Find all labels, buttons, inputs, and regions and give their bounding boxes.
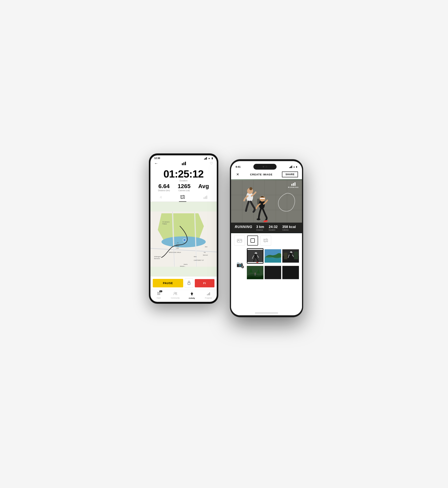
community-icon bbox=[173, 291, 177, 296]
favorite-icon[interactable]: ♡ bbox=[210, 161, 213, 165]
adidas-stripes bbox=[182, 162, 186, 165]
svg-point-58 bbox=[249, 187, 252, 190]
signal-icon bbox=[204, 157, 207, 160]
svg-text:Wellington: Wellington bbox=[154, 256, 161, 258]
svg-text:Harris: Harris bbox=[184, 263, 188, 265]
notch-camera bbox=[265, 166, 267, 168]
create-image-title: CREATE IMAGE bbox=[250, 173, 273, 176]
svg-point-36 bbox=[176, 292, 177, 293]
svg-rect-38 bbox=[208, 293, 209, 295]
hero-distance: 3 km Distance bbox=[256, 225, 264, 231]
svg-rect-4 bbox=[206, 196, 207, 199]
svg-text:St: St bbox=[177, 242, 179, 244]
back-button[interactable]: ← bbox=[154, 161, 158, 165]
scene: 12:30 ▲ ▮ ← ♡ bbox=[137, 148, 311, 340]
svg-point-80 bbox=[289, 253, 292, 257]
stats-row: 6.64 Distance (km) 1265 Calories (cal) A… bbox=[154, 183, 213, 193]
nav-community[interactable]: Community bbox=[169, 291, 181, 299]
android-controls: PAUSE FI bbox=[151, 276, 217, 290]
calories-label: Calories (cal) bbox=[178, 189, 191, 192]
dynamic-island bbox=[253, 164, 277, 170]
thumbnail-coast[interactable] bbox=[264, 248, 281, 264]
thumbnail-trail[interactable] bbox=[247, 265, 264, 280]
hero-image: RUNNING RUNNING 3 km Distance 24:32 Dura… bbox=[231, 179, 302, 233]
pause-button[interactable]: PAUSE bbox=[153, 279, 184, 287]
image-selection-section: 📷 + bbox=[231, 233, 302, 311]
thumbnail-runner1[interactable] bbox=[247, 248, 264, 264]
svg-text:James's: James's bbox=[176, 244, 181, 245]
ios-signal-icon bbox=[289, 165, 292, 168]
svg-rect-39 bbox=[209, 292, 210, 295]
svg-point-72 bbox=[256, 262, 258, 263]
svg-rect-86 bbox=[264, 266, 281, 279]
nav-feed[interactable]: 34 Feed bbox=[153, 291, 165, 299]
activity-label: Activity bbox=[189, 297, 195, 299]
hero-calories-label: Calories bbox=[282, 229, 296, 231]
hero-duration-value: 24:32 bbox=[269, 225, 278, 229]
svg-text:Memori: Memori bbox=[203, 254, 208, 256]
hero-stats: RUNNING 3 km Distance 24:32 Duration 358… bbox=[231, 223, 302, 233]
tab-stats[interactable] bbox=[200, 194, 211, 201]
svg-text:Palace: Palace bbox=[162, 223, 167, 225]
svg-rect-88 bbox=[282, 266, 299, 279]
feed-badge: 34 bbox=[160, 291, 162, 292]
plus-badge: + bbox=[241, 266, 244, 268]
svg-text:Lake: Lake bbox=[176, 247, 179, 249]
feed-icon: 34 bbox=[157, 291, 161, 296]
svg-point-71 bbox=[254, 254, 257, 258]
svg-text:Wes: Wes bbox=[194, 256, 197, 258]
community-label: Community bbox=[171, 297, 180, 299]
nav-activity[interactable]: Activity bbox=[186, 291, 198, 299]
svg-rect-66 bbox=[251, 239, 255, 243]
svg-rect-78 bbox=[294, 252, 298, 260]
svg-rect-31 bbox=[188, 283, 190, 285]
hero-brand-logo: RUNNING bbox=[288, 182, 299, 188]
android-status-bar: 12:30 ▲ ▮ bbox=[151, 155, 217, 160]
image-grid: 📷 + bbox=[234, 248, 299, 280]
hero-duration-label: Duration bbox=[269, 229, 278, 231]
svg-rect-77 bbox=[284, 253, 287, 259]
tab-map[interactable] bbox=[176, 194, 189, 201]
tab-square[interactable] bbox=[247, 236, 258, 245]
camera-icon: 📷 + bbox=[236, 261, 243, 268]
android-time: 12:30 bbox=[154, 157, 160, 160]
calories-stat: 1265 Calories (cal) bbox=[178, 183, 191, 192]
feed-label: Feed bbox=[157, 297, 161, 299]
add-photo-button[interactable]: 📷 + bbox=[234, 261, 246, 268]
svg-point-7 bbox=[161, 236, 206, 247]
avg-value: Avg bbox=[198, 183, 209, 189]
ios-status-bar: 9:41 ▲ ▮ bbox=[231, 161, 302, 170]
thumbnail-dark1[interactable] bbox=[264, 265, 281, 280]
hero-metrics: 3 km Distance 24:32 Duration 358 kcal Ca… bbox=[256, 225, 296, 231]
share-button[interactable]: SHARE bbox=[282, 172, 298, 177]
progress-icon bbox=[207, 291, 210, 296]
close-button[interactable]: ✕ bbox=[235, 172, 241, 177]
hero-calories-value: 358 kcal bbox=[282, 225, 296, 229]
svg-text:Stor: Stor bbox=[205, 246, 207, 248]
hero-duration: 24:32 Duration bbox=[269, 225, 278, 231]
lock-button[interactable] bbox=[185, 278, 193, 288]
tab-landscape[interactable] bbox=[234, 236, 245, 245]
map-view: St James's Palace St James's Park Lake B… bbox=[151, 202, 217, 276]
svg-point-35 bbox=[174, 292, 176, 294]
android-nav: 34 Feed Community Activity bbox=[151, 290, 217, 302]
map-svg: St James's Palace St James's Park Lake B… bbox=[151, 202, 217, 276]
nav-progress[interactable]: Progress bbox=[203, 291, 214, 299]
distance-value: 6.64 bbox=[158, 183, 170, 189]
svg-text:BIRDCAGE WALK: BIRDCAGE WALK bbox=[169, 252, 181, 253]
tab-music[interactable]: ♫ bbox=[156, 194, 166, 201]
ios-time: 9:41 bbox=[236, 165, 241, 168]
ios-screen: 9:41 ▲ ▮ ✕ CREATE IMAGE SHARE bbox=[231, 161, 302, 315]
thumbnail-dark2[interactable] bbox=[282, 265, 299, 280]
wifi-icon: ▲ bbox=[208, 157, 210, 160]
ios-phone: 9:41 ▲ ▮ ✕ CREATE IMAGE SHARE bbox=[230, 159, 303, 317]
thumbnail-runner2[interactable] bbox=[282, 248, 299, 264]
finish-button[interactable]: FI bbox=[195, 279, 215, 287]
duration-label: Duration bbox=[154, 180, 213, 182]
tab-map-view[interactable] bbox=[260, 236, 271, 245]
svg-text:St James's: St James's bbox=[162, 221, 169, 223]
android-tabs: ♫ bbox=[151, 194, 217, 202]
svg-rect-61 bbox=[260, 198, 265, 199]
svg-point-85 bbox=[255, 273, 256, 274]
svg-point-65 bbox=[238, 240, 239, 241]
